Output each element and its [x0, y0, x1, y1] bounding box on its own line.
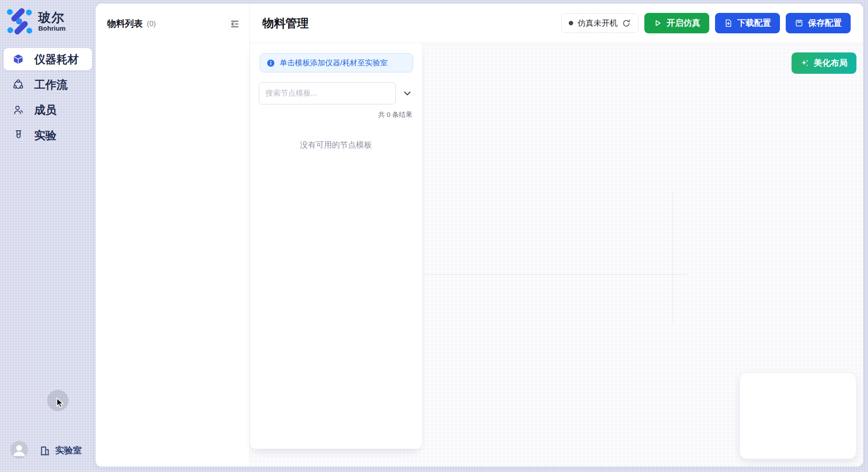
- lab-switcher[interactable]: 实验室: [39, 444, 82, 456]
- bohrium-logo-icon: [5, 7, 34, 36]
- brand-name: 玻尔: [38, 11, 66, 24]
- play-icon: [653, 19, 662, 28]
- file-download-icon: [724, 19, 733, 28]
- sidebar-item-instruments[interactable]: 仪器耗材: [4, 48, 92, 70]
- cube-icon: [12, 53, 24, 65]
- main-card: 物料列表 (0) 物料管理 仿真未开机: [96, 4, 863, 467]
- materials-list-title: 物料列表: [107, 18, 143, 30]
- flow-canvas[interactable]: 单击模板添加仪器/耗材至实验室 共 0 条结果 没有可用的节点模板: [250, 43, 863, 467]
- beautify-layout-button[interactable]: 美化布局: [792, 52, 856, 74]
- mouse-cursor-icon: [54, 397, 67, 409]
- sidebar-item-workflow[interactable]: 工作流: [4, 73, 92, 96]
- experiment-icon: [12, 129, 24, 141]
- page-title: 物料管理: [262, 16, 309, 31]
- download-config-button[interactable]: 下载配置: [715, 13, 780, 33]
- canvas-guide-horizontal: [422, 274, 687, 275]
- sidebar-item-label: 实验: [34, 128, 56, 143]
- materials-count-badge: (0): [147, 20, 156, 28]
- collapse-panel-button[interactable]: [229, 18, 241, 30]
- node-template-panel: 单击模板添加仪器/耗材至实验室 共 0 条结果 没有可用的节点模板: [250, 43, 422, 449]
- content-header: 物料管理 仿真未开机: [250, 4, 863, 43]
- empty-state-text: 没有可用的节点模板: [250, 140, 422, 150]
- brand-subtitle: Bohrium: [38, 24, 66, 32]
- brand-logo[interactable]: 玻尔 Bohrium: [5, 7, 66, 36]
- chevron-down-icon[interactable]: [402, 88, 413, 99]
- simulation-status-pill: 仿真未开机: [561, 13, 639, 33]
- status-dot-icon: [569, 21, 573, 25]
- save-icon: [795, 19, 804, 28]
- sidebar-item-label: 工作流: [34, 77, 68, 92]
- tip-text: 单击模板添加仪器/耗材至实验室: [280, 58, 388, 68]
- sidebar-nav: 仪器耗材 工作流 成员: [4, 48, 92, 146]
- start-simulation-button[interactable]: 开启仿真: [644, 13, 709, 33]
- sidebar-item-experiments[interactable]: 实验: [4, 124, 92, 146]
- building-icon: [39, 445, 51, 456]
- refresh-icon[interactable]: [622, 19, 631, 28]
- lab-label: 实验室: [55, 444, 82, 456]
- info-icon: [267, 59, 275, 67]
- sidebar-item-members[interactable]: 成员: [4, 99, 92, 121]
- sidebar-item-label: 成员: [34, 103, 56, 117]
- materials-list-panel: 物料列表 (0): [96, 4, 250, 467]
- content-area: 物料管理 仿真未开机: [250, 4, 863, 467]
- user-avatar[interactable]: [10, 441, 28, 459]
- save-config-button[interactable]: 保存配置: [786, 13, 851, 33]
- workflow-icon: [12, 79, 24, 90]
- canvas-guide-vertical: [673, 191, 673, 322]
- canvas-minimap[interactable]: [739, 372, 856, 459]
- result-count: 共 0 条结果: [250, 111, 422, 119]
- sidebar-item-label: 仪器耗材: [34, 52, 79, 67]
- members-icon: [12, 104, 24, 116]
- simulation-status-label: 仿真未开机: [578, 18, 618, 28]
- tip-banner: 单击模板添加仪器/耗材至实验室: [260, 53, 413, 72]
- search-template-input[interactable]: [259, 82, 396, 104]
- sidebar-footer: 实验室: [0, 441, 96, 472]
- sparkles-icon: [800, 59, 809, 68]
